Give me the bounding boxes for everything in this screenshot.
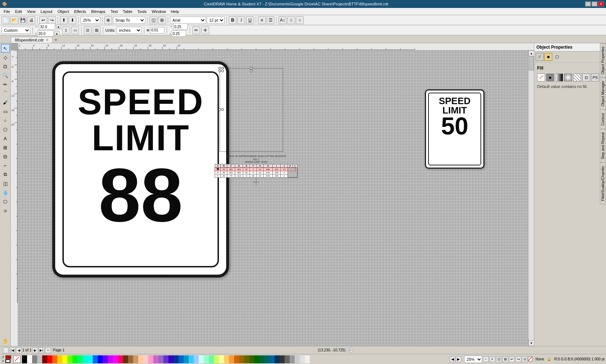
tool-rect[interactable]: ▭ [1,107,10,116]
tool-polygon[interactable]: ⬠ [1,125,10,134]
zoom-in-btn[interactable]: + [489,356,495,362]
zoom-extra3[interactable]: ⊙ [522,356,528,362]
zoom-bottom-select[interactable]: 25% 50% 100% [464,356,482,363]
color-swatch[interactable] [73,355,78,363]
zoom-fullscreen-btn[interactable]: ⊞ [502,356,508,362]
handle-ml[interactable] [219,108,221,111]
document-tab[interactable]: 88speedlimit.cdr ✕ [11,37,53,43]
menu-window[interactable]: Window [150,9,168,14]
color-swatch[interactable] [158,355,163,363]
color-swatch[interactable] [209,355,214,363]
color-swatch[interactable] [143,355,148,363]
underline-button[interactable]: U [246,16,254,24]
tool-smart-fill[interactable]: ⌾ [1,206,10,215]
tool-zoom[interactable]: 🔍 [1,71,10,80]
tool-transparency[interactable]: ◫ [1,179,10,188]
table-row-selected[interactable]: 30 267 401 4C 2 1C 606 141 1.5 [215,168,298,171]
color-swatch[interactable] [22,355,27,363]
tool-blend[interactable]: ⧉ [1,170,10,179]
color-swatch[interactable] [83,355,88,363]
menu-tools[interactable]: Tools [135,9,149,14]
tool-shape[interactable]: ◇ [1,53,10,62]
print-button[interactable]: 🖨 [27,16,35,24]
color-swatch[interactable] [128,355,133,363]
save-button[interactable]: 💾 [19,16,27,24]
linear-fill-button[interactable] [555,74,563,81]
color-swatch[interactable] [254,355,259,363]
menu-edit[interactable]: Edit [13,9,24,14]
handle-br[interactable] [221,70,224,72]
color-swatch[interactable] [153,355,158,363]
color-swatch[interactable] [37,355,42,363]
tool-smart-draw[interactable]: ⌒ [1,89,10,98]
color-swatch[interactable] [305,355,310,363]
color-swatch[interactable] [269,355,275,363]
color-swatch[interactable] [199,355,204,363]
tool-crop[interactable]: ⊡ [1,62,10,71]
nudge-input[interactable] [150,27,164,34]
menu-bitmaps[interactable]: Bitmaps [89,9,108,14]
zoom-fit-btn[interactable]: ⊡ [496,356,502,362]
zoom-preset-select[interactable]: Custom Fit Page Fit Width [1,27,30,34]
bold-button[interactable]: B [229,16,237,24]
handle-bl[interactable] [219,70,221,72]
color-swatch[interactable] [62,355,67,363]
width-inc[interactable]: ▲ [56,24,61,29]
height-input[interactable] [38,30,54,37]
vscroll-up[interactable]: ▲ [528,50,534,56]
minimize-button[interactable]: ─ [585,1,591,6]
side-tab-contour[interactable]: Contour [600,110,606,129]
menu-table[interactable]: Table [121,9,135,14]
color-swatch[interactable] [239,355,244,363]
canvas-background[interactable]: SPEED LIMIT 88 SP [18,50,534,346]
side-tab-object-properties[interactable]: Object Properties [600,43,606,77]
color-swatch[interactable] [32,355,37,363]
zoom-extra1[interactable]: ↩ [509,356,515,362]
color-swatch[interactable] [133,355,138,363]
close-button[interactable]: ✕ [598,1,604,6]
import-button[interactable]: ⬆ [60,16,68,24]
table-row-3[interactable]: 9 20 75 113 0 3C 1C 6.81 129 2 [215,174,298,178]
offset-y-input[interactable] [172,30,186,37]
outline-color-swatch[interactable] [5,359,10,363]
zoom-extra2[interactable]: ↪ [515,356,521,362]
tool-freehand[interactable]: ✏ [1,80,10,89]
postscript-fill-button[interactable]: PS [591,74,599,81]
page-add-btn[interactable]: + [45,347,51,353]
side-tab-step-repeat[interactable]: Step and Repeat [600,129,606,163]
pattern-fill-button[interactable] [573,74,581,81]
font-size-select[interactable]: 12 pt 8 pt 10 pt 14 pt [207,17,225,24]
circle-button[interactable]: ○ [296,16,304,24]
tb-extra1[interactable]: ◫ [149,16,157,24]
color-swatch[interactable] [184,355,189,363]
color-swatch[interactable] [103,355,108,363]
vscroll-track[interactable] [528,56,534,340]
color-swatch[interactable] [194,355,199,363]
color-swatch[interactable] [47,355,52,363]
color-swatch[interactable] [88,355,93,363]
draw-btn[interactable]: ✏ [192,26,200,34]
handle-bm[interactable] [250,70,252,72]
snap-to-button[interactable]: ⊕ [104,16,112,24]
tool-select[interactable]: ↖ [1,44,10,53]
page-last-btn[interactable]: ▶| [39,347,44,353]
solid-fill-button[interactable]: ■ [546,74,554,81]
width-input[interactable] [39,23,55,30]
color-swatch[interactable] [224,355,229,363]
menu-view[interactable]: View [25,9,38,14]
star-button[interactable]: ☆ [287,16,295,24]
offset-x-input[interactable] [173,23,188,30]
handle-mr[interactable] [221,108,224,111]
color-swatch[interactable] [285,355,290,363]
color-swatch[interactable] [108,355,113,363]
italic-button[interactable]: I [237,16,245,24]
color-swatch[interactable] [189,355,194,363]
color-swatch[interactable] [290,355,295,363]
landscape-btn[interactable]: ▭ [71,26,79,34]
handle-tl[interactable] [219,67,221,69]
color-swatch[interactable] [259,355,264,363]
units-select[interactable]: inches mm cm pixels [117,27,142,34]
props-fill-tab[interactable]: ✗ [536,53,544,61]
menu-object[interactable]: Object [55,9,71,14]
fill-color-swatch[interactable] [5,355,11,359]
